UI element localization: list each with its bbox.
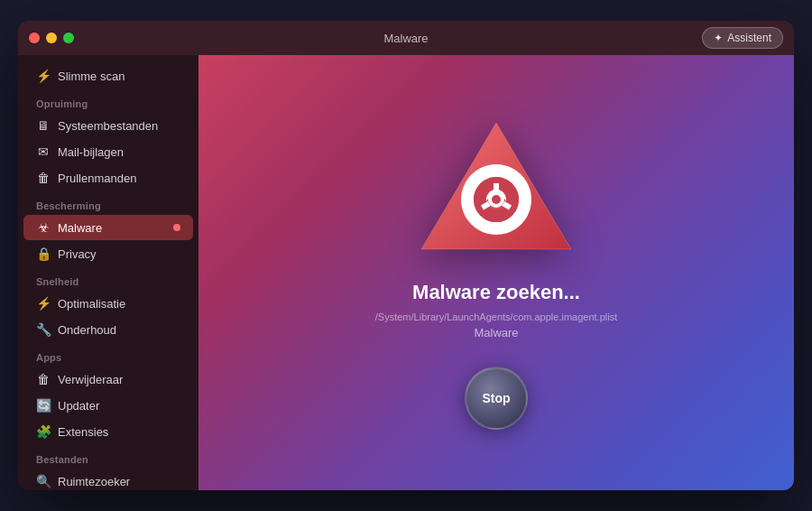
svg-point-3 <box>492 195 501 204</box>
optimalisatie-icon: ⚡ <box>36 296 51 311</box>
svg-line-5 <box>503 204 511 209</box>
malware-icon: ☣ <box>36 220 51 235</box>
sidebar-item-verwijderaar[interactable]: 🗑 Verwijderaar <box>23 367 193 392</box>
sidebar-item-extensies[interactable]: 🧩 Extensies <box>23 419 193 444</box>
stop-button-label: Stop <box>482 391 510 405</box>
sidebar-item-label: Malware <box>58 221 102 235</box>
sidebar-item-label: Privacy <box>58 247 97 261</box>
biohazard-symbol <box>467 171 525 228</box>
onderhoud-icon: 🔧 <box>36 322 51 337</box>
prullenmanden-icon: 🗑 <box>36 171 51 185</box>
sidebar-item-slimme-scan[interactable]: ⚡ Slimme scan <box>23 63 193 88</box>
sidebar-item-label: Optimalisatie <box>58 297 125 311</box>
window-title: Malware <box>383 32 428 45</box>
minimize-button[interactable] <box>46 33 57 43</box>
privacy-icon: 🔒 <box>36 246 51 261</box>
sidebar-item-label: Updater <box>58 399 99 413</box>
sidebar-item-label: Systeembestanden <box>58 119 158 133</box>
section-label-bestanden: Bestanden <box>18 445 198 468</box>
systeembestanden-icon: 🖥 <box>36 118 51 133</box>
scanning-title: Malware zoeken... <box>412 281 580 304</box>
sidebar-item-label: Mail-bijlagen <box>58 145 124 159</box>
scanning-subtitle: Malware <box>474 326 518 339</box>
sidebar-item-malware[interactable]: ☣ Malware <box>23 215 193 240</box>
sidebar: ⚡ Slimme scan Opruiming 🖥 Systeembestand… <box>18 55 198 490</box>
assistant-icon: ✦ <box>714 32 723 44</box>
maximize-button[interactable] <box>63 33 74 43</box>
section-label-bescherming: Bescherming <box>18 191 198 214</box>
svg-line-6 <box>482 204 489 209</box>
sidebar-item-label: Slimme scan <box>58 70 125 83</box>
sidebar-item-onderhoud[interactable]: 🔧 Onderhoud <box>23 317 193 342</box>
sidebar-item-prullenmanden[interactable]: 🗑 Prullenmanden <box>23 165 193 190</box>
mail-bijlagen-icon: ✉ <box>36 144 51 159</box>
assistant-label: Assistent <box>727 32 771 44</box>
main-window: Malware ✦ Assistent ⚡ Slimme scan Opruim… <box>18 21 794 490</box>
biohazard-svg <box>420 116 573 256</box>
assistant-button[interactable]: ✦ Assistent <box>702 27 783 49</box>
ruimtezoeker-icon: 🔍 <box>36 474 51 488</box>
sidebar-item-label: Extensies <box>58 425 108 439</box>
main-content: Malware zoeken... /System/Library/Launch… <box>198 55 794 490</box>
sidebar-item-label: Verwijderaar <box>58 373 123 386</box>
sidebar-item-optimalisatie[interactable]: ⚡ Optimalisatie <box>23 291 193 316</box>
sidebar-item-privacy[interactable]: 🔒 Privacy <box>23 241 193 266</box>
section-label-apps: Apps <box>18 343 198 366</box>
sidebar-item-updater[interactable]: 🔄 Updater <box>23 393 193 418</box>
verwijderaar-icon: 🗑 <box>36 372 51 386</box>
section-label-snelheid: Snelheid <box>18 267 198 290</box>
traffic-lights <box>29 33 74 43</box>
smart-scan-icon: ⚡ <box>36 69 51 83</box>
sidebar-item-label: Prullenmanden <box>58 172 136 185</box>
updater-icon: 🔄 <box>36 398 51 413</box>
malware-icon-container <box>420 116 573 259</box>
sidebar-item-label: Ruimtezoeker <box>58 475 130 488</box>
section-label-opruiming: Opruiming <box>18 89 198 112</box>
extensies-icon: 🧩 <box>36 424 51 439</box>
content-area: ⚡ Slimme scan Opruiming 🖥 Systeembestand… <box>18 55 794 490</box>
sidebar-item-label: Onderhoud <box>58 323 116 337</box>
stop-button[interactable]: Stop <box>465 367 528 430</box>
sidebar-item-ruimtezoeker[interactable]: 🔍 Ruimtezoeker <box>23 469 193 490</box>
titlebar: Malware ✦ Assistent <box>18 21 794 55</box>
close-button[interactable] <box>29 33 40 43</box>
scanning-path: /System/Library/LaunchAgents/com.apple.i… <box>375 311 617 322</box>
malware-badge <box>173 224 180 231</box>
sidebar-item-mail-bijlagen[interactable]: ✉ Mail-bijlagen <box>23 139 193 164</box>
sidebar-item-systeembestanden[interactable]: 🖥 Systeembestanden <box>23 113 193 138</box>
